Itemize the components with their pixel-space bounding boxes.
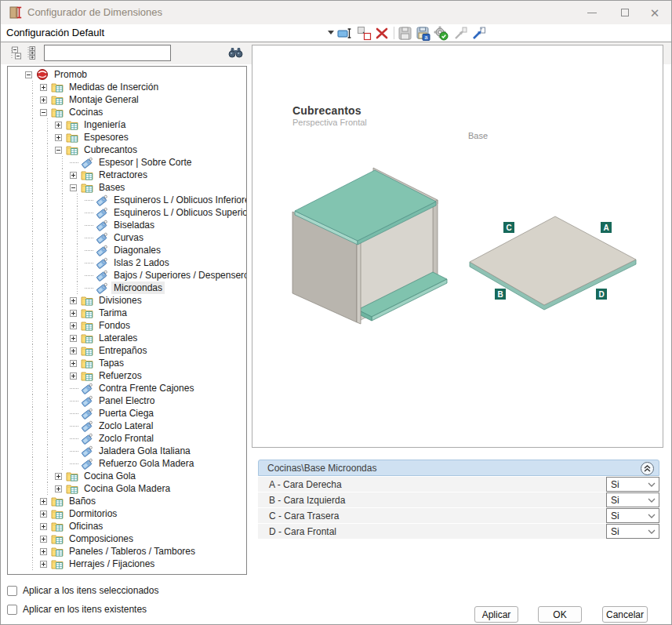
tree-item[interactable]: Refuerzos [8,369,246,382]
expand-toggle[interactable] [70,322,77,329]
expand-toggle[interactable] [40,523,47,530]
tree-item[interactable]: Puerta Ciega [8,407,246,420]
tree-item[interactable]: Microondas [8,282,246,294]
expand-toggle[interactable] [70,372,77,380]
expand-toggle[interactable] [55,473,62,480]
expand-toggle[interactable] [40,96,47,104]
checkbox-apply-selected-items[interactable]: Aplicar a los itens seleccionados [7,585,158,596]
expand-toggle[interactable] [70,335,77,342]
expand-toggle[interactable] [55,134,62,141]
expand-toggle[interactable] [40,548,47,555]
tree-connector [85,213,93,213]
tree-item[interactable]: Cubrecantos [8,144,246,156]
property-value-dropdown[interactable]: Si [606,492,659,507]
expand-toggle[interactable] [40,536,47,543]
property-value-dropdown[interactable]: Si [606,477,659,492]
tree-item[interactable]: Laterales [8,332,246,344]
expand-toggle[interactable] [70,172,77,179]
tree-item[interactable]: Dormitorios [8,507,246,520]
tree-item-label: Panel Electro [96,394,157,407]
import-config-icon[interactable] [453,26,468,41]
tree-item[interactable]: Fondos [8,319,246,332]
collapse-toggle[interactable] [55,147,62,154]
tree-item[interactable]: Espesores [8,131,246,144]
expand-toggle[interactable] [70,347,77,354]
tree-item[interactable]: Paneles / Tableros / Tambores [8,545,246,558]
collapse-panel-button[interactable] [641,462,654,475]
tree-guide-line [40,144,55,156]
tree-item[interactable]: Herrajes / Fijaciones [8,558,246,570]
maximize-button[interactable] [612,1,638,24]
ok-button[interactable]: OK [538,606,582,623]
tree-guide-line [55,231,70,244]
config-dropdown-caret[interactable] [328,31,334,35]
copy-config-icon[interactable] [357,26,372,41]
tree-item[interactable]: Baños [8,495,246,507]
tree-item[interactable]: Contra Frente Cajones [8,382,246,394]
minimize-button[interactable] [579,1,605,24]
tree-item[interactable]: Refuerzo Gola Madera [8,457,246,470]
tree-item[interactable]: Islas 2 Lados [8,256,246,269]
tree-item[interactable]: Bajos / Superiores / Despenseros [8,269,246,282]
configuration-select[interactable]: Configuración Default [6,27,104,38]
search-input[interactable] [44,45,171,61]
tree-item[interactable]: Oficinas [8,520,246,532]
collapse-toggle[interactable] [25,71,32,78]
tree-item[interactable]: Zoclo Lateral [8,420,246,432]
tree-item[interactable]: Zoclo Frontal [8,432,246,445]
close-button[interactable]: ✕ [641,1,668,24]
expand-toggle[interactable] [70,297,77,304]
expand-toggle[interactable] [40,84,47,91]
checkbox-box[interactable] [7,605,17,615]
tree-item-label: Medidas de Inserción [67,81,161,93]
tree-item[interactable]: Medidas de Inserción [8,81,246,93]
tree-item[interactable]: Espesor | Sobre Corte [8,156,246,169]
tree-item[interactable]: Retractores [8,169,246,181]
collapse-toggle[interactable] [40,109,47,116]
tree-item[interactable]: Promob [8,68,246,81]
tree-item[interactable]: Esquineros L / Oblicuos Inferiores [8,194,246,206]
save-icon[interactable] [398,26,412,41]
expand-toggle[interactable] [55,485,62,492]
save-config-icon[interactable]: a [416,26,430,41]
expand-toggle[interactable] [40,498,47,505]
expand-toggle[interactable] [55,122,62,129]
expand-toggle[interactable] [70,310,77,317]
tree-item[interactable]: Diagonales [8,244,246,256]
tree-item[interactable]: Montaje General [8,93,246,106]
expand-toggle[interactable] [70,360,77,367]
checkbox-box[interactable] [7,586,17,596]
property-value-dropdown[interactable]: Si [606,524,659,539]
checkbox-apply-existing-items[interactable]: Aplicar en los itens existentes [7,604,147,615]
export-config-icon[interactable] [471,26,486,41]
tree-item[interactable]: Cocina Gola Madera [8,482,246,495]
tree-item[interactable]: Entrepaños [8,344,246,357]
tree-item[interactable]: Biseladas [8,219,246,231]
collapse-all-icon[interactable] [9,46,22,60]
tree-item[interactable]: Cocina Gola [8,470,246,482]
tree-item[interactable]: Tapas [8,357,246,369]
tree-item[interactable]: Esquineros L / Oblicuos Superiores [8,206,246,219]
collapse-toggle[interactable] [70,184,77,191]
tree-item[interactable]: Composiciones [8,532,246,545]
expand-toggle[interactable] [40,511,47,518]
apply-config-icon[interactable] [434,26,449,41]
apply-button[interactable]: Aplicar [474,606,518,623]
find-icon[interactable] [228,45,243,59]
tree-item[interactable]: Bases [8,181,246,194]
delete-config-icon[interactable] [375,26,390,41]
rename-icon[interactable] [337,26,352,41]
tree-item[interactable]: Divisiones [8,294,246,307]
tree: PromobMedidas de InserciónMontaje Genera… [7,66,247,575]
expand-toggle[interactable] [40,561,47,568]
tree-item[interactable]: Curvas [8,231,246,244]
tree-item[interactable]: Panel Electro [8,394,246,407]
tree-item[interactable]: Tarima [8,307,246,319]
tree-item[interactable]: Ingeniería [8,118,246,131]
tree-guide-line [40,219,55,231]
tree-item[interactable]: Cocinas [8,106,246,118]
cancel-button[interactable]: Cancelar [602,606,648,623]
tree-item[interactable]: Jaladera Gola Italiana [8,445,246,457]
property-value-dropdown[interactable]: Si [606,508,659,523]
expand-all-icon[interactable] [26,46,39,60]
